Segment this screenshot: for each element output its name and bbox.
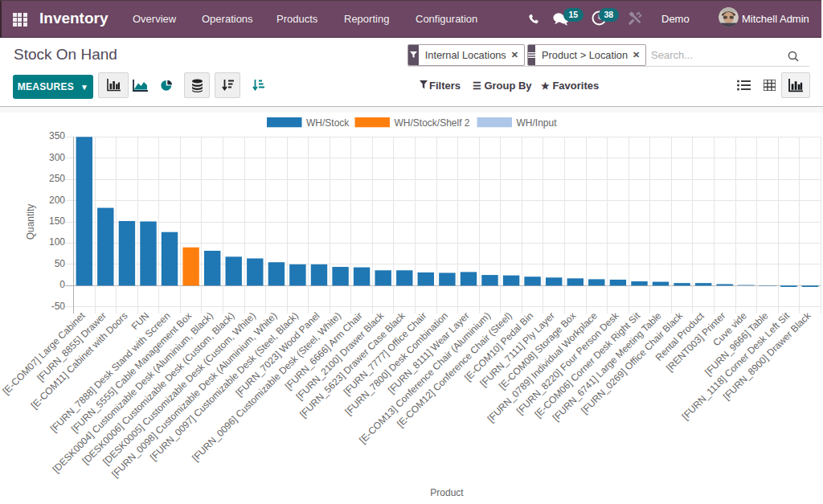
svg-text:150: 150 bbox=[49, 215, 65, 227]
svg-text:50: 50 bbox=[55, 258, 66, 269]
svg-text:[E-COM07] Large Cabinet: [E-COM07] Large Cabinet bbox=[0, 309, 87, 396]
svg-text:350: 350 bbox=[49, 130, 65, 141]
svg-text:WH/Stock/Shelf 2: WH/Stock/Shelf 2 bbox=[395, 117, 470, 129]
svg-text:100: 100 bbox=[49, 236, 65, 248]
svg-text:WH/Stock: WH/Stock bbox=[306, 117, 350, 129]
svg-text:300: 300 bbox=[49, 152, 65, 163]
svg-text:-50: -50 bbox=[51, 301, 66, 312]
svg-text:WH/Input: WH/Input bbox=[517, 117, 558, 129]
svg-text:0: 0 bbox=[59, 279, 65, 290]
svg-text:Product: Product bbox=[430, 487, 464, 498]
svg-text:250: 250 bbox=[49, 173, 65, 184]
svg-text:200: 200 bbox=[49, 195, 65, 206]
svg-text:Quantity: Quantity bbox=[25, 204, 36, 240]
